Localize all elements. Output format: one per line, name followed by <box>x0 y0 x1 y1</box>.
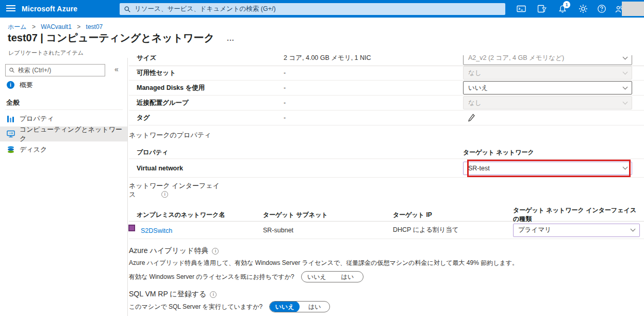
row-label: タグ <box>129 114 284 122</box>
more-menu-button[interactable]: ... <box>227 34 235 42</box>
chevron-down-icon <box>623 84 628 89</box>
row-virtual-network: Virtual network SR-test <box>129 159 644 178</box>
cloud-shell-icon <box>517 5 526 13</box>
network-properties-header: プロパティ ターゲット ネットワーク <box>129 146 644 159</box>
managed-disks-dropdown[interactable]: いいえ <box>463 81 632 94</box>
dropdown-value: プライマリ <box>518 226 551 234</box>
chevron-down-icon <box>623 69 628 74</box>
global-search-input[interactable]: リソース、サービス、ドキュメントの検索 (G+/) <box>120 3 505 15</box>
settings-button[interactable] <box>577 4 589 14</box>
hybrid-benefit-section: Azure ハイブリッド特典 <box>129 246 219 256</box>
row-proximity-group: 近接配置グループ - なし <box>129 96 644 110</box>
sql-vm-question-row: このマシンで SQL Server を実行していますか? いいえ はい <box>129 301 330 312</box>
table-row: サイズ 2 コア, 4.00 GB メモリ, 1 NIC A2_v2 (2 コア… <box>129 55 644 66</box>
cloud-shell-button[interactable] <box>516 4 527 14</box>
column-header: ターゲット サブネット <box>263 211 393 219</box>
account-avatar[interactable] <box>622 2 644 16</box>
availability-set-dropdown: なし <box>463 66 632 80</box>
row-size-clipped: サイズ 2 コア, 4.00 GB メモリ, 1 NIC A2_v2 (2 コア… <box>129 55 644 66</box>
sql-vm-title: SQL VM RP に登録する <box>129 290 206 299</box>
sidebar-search-input[interactable]: 検索 (Ctrl+/) <box>5 64 105 76</box>
nic-type-dropdown[interactable]: プライマリ <box>513 224 640 237</box>
row-label: Virtual network <box>129 165 284 172</box>
sql-vm-section: SQL VM RP に登録する <box>129 290 217 299</box>
notifications-button[interactable]: 1 <box>557 4 568 14</box>
sql-vm-question: このマシンで SQL Server を実行していますか? <box>129 303 262 311</box>
breadcrumb: ホーム > WACvault1 > test07 <box>8 23 103 31</box>
sidebar-search-placeholder: 検索 (Ctrl+/) <box>18 66 51 75</box>
chevron-down-icon <box>623 55 628 59</box>
column-header: ターゲット IP <box>393 211 513 219</box>
target-network-dropdown[interactable]: SR-test <box>463 162 632 175</box>
breadcrumb-home[interactable]: ホーム <box>8 23 27 30</box>
properties-icon <box>6 115 15 122</box>
nic-subnet: SR-subnet <box>263 227 393 234</box>
row-value: - <box>284 114 463 121</box>
hybrid-benefit-question: 有効な Windows Server のライセンスを既にお持ちですか? <box>129 273 294 281</box>
info-icon <box>6 81 15 89</box>
chevron-down-icon <box>623 99 628 104</box>
monitor-icon <box>6 130 15 138</box>
size-dropdown[interactable]: A2_v2 (2 コア, 4 GB メモリなど) <box>463 55 632 65</box>
row-label: 近接配置グループ <box>129 99 284 107</box>
page-title: test07 | コンピューティングとネットワーク <box>8 31 214 45</box>
windows-license-toggle: いいえ はい <box>301 271 364 282</box>
toggle-option-no[interactable]: いいえ <box>302 271 333 282</box>
help-button[interactable] <box>596 4 607 14</box>
sidebar: 検索 (Ctrl+/) « 概要 全般 プロパティ コンピューティングとネットワ… <box>0 58 128 316</box>
sidebar-item-compute-network[interactable]: コンピューティングとネットワーク <box>0 127 127 141</box>
dropdown-value: なし <box>468 99 482 107</box>
row-value: - <box>284 69 463 76</box>
column-header: プロパティ <box>129 148 284 157</box>
row-tags: タグ - <box>129 110 644 125</box>
nic-target-ip: DHCP による割り当て <box>393 226 513 234</box>
column-header: ターゲット ネットワーク インターフェイスの種類 <box>513 206 640 224</box>
section-title-network-properties: ネットワークのプロパティ <box>129 131 211 140</box>
nic-status-icon <box>128 225 135 231</box>
row-availability-set: 可用性セット - なし <box>129 66 644 81</box>
search-icon <box>124 6 131 13</box>
breadcrumb-separator: > <box>32 23 36 30</box>
row-label: 可用性セット <box>129 69 284 77</box>
column-header: オンプレミスのネットワーク名 <box>129 211 263 219</box>
row-label: サイズ <box>129 55 284 62</box>
toggle-option-yes[interactable]: はい <box>332 271 363 282</box>
info-icon[interactable] <box>212 248 219 255</box>
directory-filter-icon <box>537 5 547 13</box>
dropdown-value: A2_v2 (2 コア, 4 GB メモリなど) <box>468 55 564 62</box>
info-icon[interactable] <box>161 191 168 198</box>
divider <box>5 109 123 110</box>
edit-pencil-icon[interactable] <box>468 114 475 122</box>
sidebar-item-label: コンピューティングとネットワーク <box>20 125 127 144</box>
directory-filter-button[interactable] <box>536 4 548 14</box>
hybrid-benefit-description: Azure ハイブリッド特典を適用して、有効な Windows Server ラ… <box>129 259 518 267</box>
global-search-placeholder: リソース、サービス、ドキュメントの検索 (G+/) <box>135 5 276 13</box>
brand-title[interactable]: Microsoft Azure <box>22 5 77 13</box>
hamburger-menu-icon[interactable] <box>6 5 15 12</box>
sidebar-item-overview[interactable]: 概要 <box>0 77 127 92</box>
hybrid-benefit-title: Azure ハイブリッド特典 <box>129 246 208 256</box>
sidebar-collapse-button[interactable]: « <box>114 65 119 73</box>
section-title-line: ネットワーク インターフェイ <box>129 181 220 190</box>
sidebar-item-properties[interactable]: プロパティ <box>0 111 127 126</box>
toggle-option-no-selected[interactable]: いいえ <box>270 301 300 312</box>
help-icon <box>597 4 606 13</box>
search-icon <box>9 67 15 73</box>
section-title-line: ス <box>129 190 136 199</box>
info-icon[interactable] <box>210 291 217 298</box>
nic-name-link[interactable]: S2DSwitch <box>141 227 172 234</box>
breadcrumb-item[interactable]: test07 <box>86 23 103 30</box>
sql-server-toggle: いいえ はい <box>269 301 330 312</box>
chevron-down-icon <box>623 165 628 170</box>
hybrid-benefit-question-row: 有効な Windows Server のライセンスを既にお持ちですか? いいえ … <box>129 271 364 282</box>
sidebar-item-disks[interactable]: ディスク <box>0 142 127 157</box>
dropdown-value: なし <box>468 69 482 77</box>
network-interfaces-header: オンプレミスのネットワーク名 ターゲット サブネット ターゲット IP ターゲッ… <box>129 209 644 222</box>
breadcrumb-vault[interactable]: WACvault1 <box>41 23 72 30</box>
page-header: test07 | コンピューティングとネットワーク ... <box>8 31 235 45</box>
dropdown-value: いいえ <box>468 84 488 92</box>
azure-portal-window: Microsoft Azure リソース、サービス、ドキュメントの検索 (G+/… <box>0 0 644 316</box>
toggle-option-yes[interactable]: はい <box>300 301 329 312</box>
topbar: Microsoft Azure リソース、サービス、ドキュメントの検索 (G+/… <box>0 0 644 18</box>
gear-icon <box>579 4 588 13</box>
